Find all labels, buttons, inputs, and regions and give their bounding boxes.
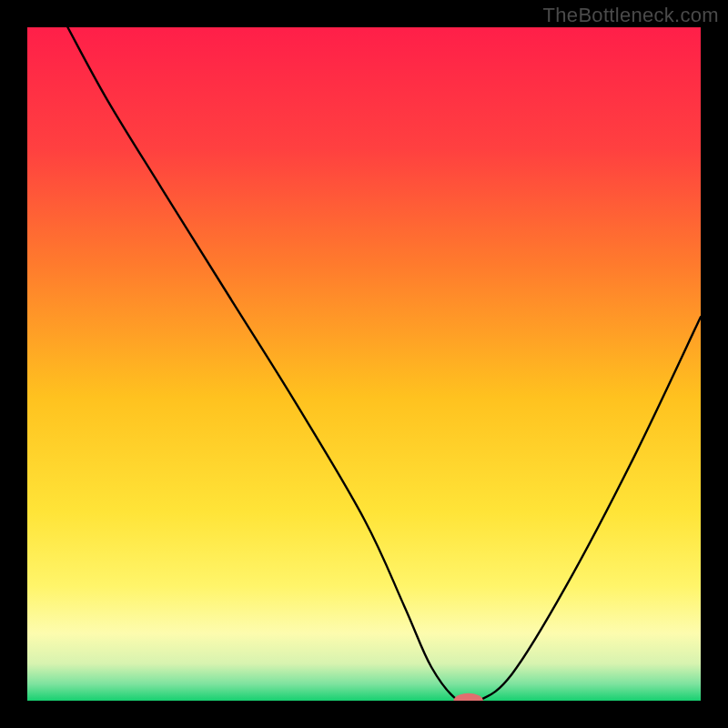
chart-svg — [27, 27, 701, 701]
gradient-background — [27, 27, 701, 701]
plot-area — [27, 27, 701, 701]
watermark-label: TheBottleneck.com — [543, 4, 719, 27]
chart-frame: TheBottleneck.com — [0, 0, 728, 728]
